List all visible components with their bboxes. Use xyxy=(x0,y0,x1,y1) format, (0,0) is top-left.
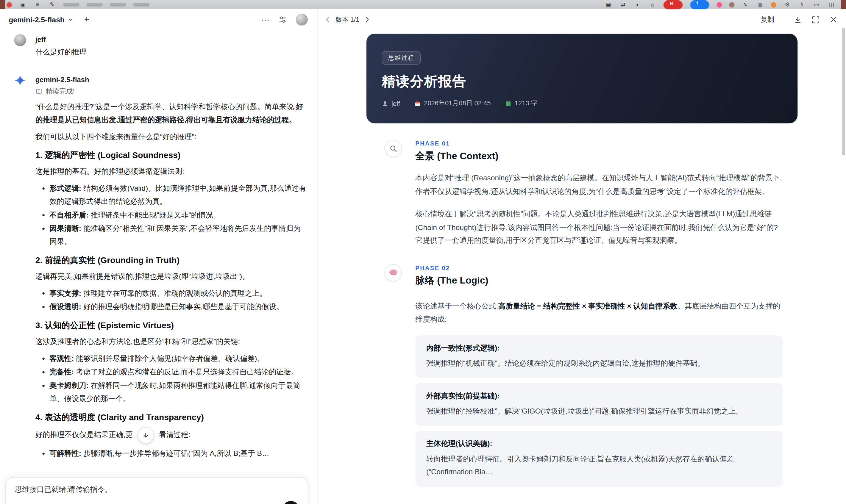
magnifier-icon xyxy=(384,140,402,157)
battery-icon[interactable]: ▭ xyxy=(813,1,821,8)
phase-paragraph: 该论述基于一个核心公式:高质量结论 = 结构完整性 × 事实准确性 × 认知自律… xyxy=(415,300,783,326)
pen-icon[interactable]: ✎ xyxy=(49,1,56,8)
bullet-list: 形式逻辑: 结构必须有效(Valid)。比如演绎推理中,如果前提全部为真,那么通… xyxy=(35,182,308,248)
brain-icon xyxy=(384,264,402,281)
bullet-item: 完备性: 考虑了对立的观点和潜在的反证,而不是只选择支持自己结论的证据。 xyxy=(42,366,307,379)
phase-section-1: PHASE 01 全景 (The Context) 本内容是对“推理 (Reas… xyxy=(367,140,797,248)
report-title: 精读分析报告 xyxy=(382,72,782,90)
download-icon[interactable] xyxy=(794,16,802,23)
bullet-list: 事实支撑: 推理建立在可靠的数据、准确的观测或公认的真理之上。 假设透明: 好的… xyxy=(35,287,308,313)
hash-icon[interactable]: # xyxy=(798,1,806,8)
section-title: 4. 表达的透明度 (Clarity and Transparency) xyxy=(35,412,308,423)
message-text: 什么是好的推理 xyxy=(35,46,308,58)
bullet-item: 客观性: 能够识别并尽量排除个人偏见(如幸存者偏差、确认偏差)。 xyxy=(42,352,307,365)
more-options-button[interactable]: ⋯ xyxy=(261,14,270,25)
message-list: jeff 什么是好的推理 gemini-2.5-flash xyxy=(0,30,318,504)
section-desc: 好的推理不仅仅是结果正确,更看清过程: xyxy=(35,427,308,444)
wallpaper-corner xyxy=(0,0,5,9)
report-meta: jeff 2026年01月08日 02:45 1213 字 xyxy=(382,99,782,108)
screen: ▣ ≡ ✎ ▣ ⇄ ◐ ☼ N f ∿ ▥ ⚙ # ▭ ◫ xyxy=(0,0,846,504)
report-word-count: 1213 字 xyxy=(505,99,537,108)
menu-item-blurred xyxy=(133,3,149,6)
model-selector[interactable]: gemini-2.5-flash xyxy=(8,16,65,23)
voice-input-button[interactable] xyxy=(283,501,299,504)
section-title: 2. 前提的真实性 (Grounding in Truth) xyxy=(35,255,308,266)
assistant-message: gemini-2.5-flash 精读完成! “什么是好的推理?”这是一个涉及逻… xyxy=(14,74,307,464)
preview-header: 版本 1/1 复制 xyxy=(318,9,846,30)
spark-icon[interactable]: ☼ xyxy=(649,1,656,8)
chevron-left-icon[interactable] xyxy=(324,15,331,24)
menu-item-blurred xyxy=(63,3,80,6)
fullscreen-icon[interactable] xyxy=(812,16,820,23)
version-label: 版本 1/1 xyxy=(335,15,359,24)
bullet-item: 奥卡姆剃刀: 在解释同一个现象时,如果两种推理都能站得住脚,通常倾向于最简单、假… xyxy=(42,379,307,406)
book-icon xyxy=(35,88,42,95)
phase-title: 脉络 (The Logic) xyxy=(415,274,783,287)
user-message: jeff 什么是好的推理 xyxy=(14,34,307,58)
section-desc: 这涉及推理者的心态和方法论,也是区分“杠精”和“思想家”的关键: xyxy=(35,335,308,348)
composer-status-text[interactable]: 思维接口已就绪,请传输指令。 xyxy=(15,485,299,494)
brown-app-icon[interactable] xyxy=(729,2,734,7)
window-icon[interactable]: ▣ xyxy=(604,1,612,8)
chat-header: gemini-2.5-flash + ⋯ xyxy=(0,9,318,30)
report-document: 思维过程 精读分析报告 jeff 2026年01月08日 02:45 xyxy=(318,30,846,504)
dimension-card: 外部真实性(前提基础): 强调推理的“经验校准”。解决“GIGO(垃圾进,垃圾出… xyxy=(415,383,783,426)
report-date: 2026年01月08日 02:45 xyxy=(414,99,491,108)
orange-app-icon[interactable] xyxy=(771,2,776,7)
report-author: jeff xyxy=(382,100,400,107)
menu-item-blurred xyxy=(110,3,126,6)
calendar-icon xyxy=(414,100,421,107)
chat-panel: gemini-2.5-flash + ⋯ jeff 什么是好的推理 xyxy=(0,9,318,504)
bullet-item: 可解释性: 步骤清晰,每一步推导都有迹可循(“因为 A,所以 B;基于 B… xyxy=(42,447,307,460)
composer[interactable]: 思维接口已就绪,请传输指令。 xyxy=(5,477,308,504)
section-title: 1. 逻辑的严密性 (Logical Soundness) xyxy=(35,150,308,161)
copy-button[interactable]: 复制 xyxy=(761,15,774,24)
pink-app-icon[interactable] xyxy=(717,2,722,7)
chevron-down-icon[interactable] xyxy=(68,17,73,22)
assistant-status: 精读完成! xyxy=(35,86,308,96)
assistant-content: “什么是好的推理?”这是一个涉及逻辑学、认知科学和哲学核心的问题。简单来说,好的… xyxy=(35,101,308,460)
new-chat-button[interactable]: + xyxy=(84,15,89,24)
gear-icon[interactable]: ⚙ xyxy=(783,1,791,8)
section-desc: 这是推理的基石。好的推理必须遵循逻辑法则: xyxy=(35,165,308,178)
chevron-right-icon[interactable] xyxy=(364,15,370,24)
columns-icon[interactable]: ▥ xyxy=(756,1,764,8)
bullet-item: 事实支撑: 推理建立在可靠的数据、准确的观测或公认的真理之上。 xyxy=(42,287,307,300)
contrast-icon[interactable]: ◐ xyxy=(634,1,642,8)
record-icon[interactable] xyxy=(6,2,12,7)
user-icon xyxy=(382,100,388,107)
wave-icon[interactable]: ∿ xyxy=(741,1,749,8)
preview-panel: 版本 1/1 复制 思维过程 精读分析报告 xyxy=(318,9,846,504)
phase-paragraph: 核心情境在于解决“思考的随机性”问题。不论是人类通过批判性思维进行决策,还是大语… xyxy=(415,208,783,248)
gemini-star-icon xyxy=(14,74,26,86)
assistant-paragraph: 我们可以从以下四个维度来衡量什么是“好的推理”: xyxy=(35,130,308,143)
menubar: ▣ ≡ ✎ ▣ ⇄ ◐ ☼ N f ∿ ▥ ⚙ # ▭ ◫ xyxy=(0,0,846,9)
section-title: 3. 认知的公正性 (Epistemic Virtues) xyxy=(35,320,308,331)
close-icon[interactable] xyxy=(830,16,838,23)
word-count-icon xyxy=(505,100,511,107)
control-center-icon[interactable]: ◫ xyxy=(828,1,835,8)
menu-lines-icon[interactable]: ≡ xyxy=(34,1,41,8)
section-desc: 逻辑再完美,如果前提是错误的,推理也是垃圾(即“垃圾进,垃圾出”)。 xyxy=(35,270,308,283)
bullet-list: 客观性: 能够识别并尽量排除个人偏见(如幸存者偏差、确认偏差)。 完备性: 考虑… xyxy=(35,352,308,406)
report-hero: 思维过程 精读分析报告 jeff 2026年01月08日 02:45 xyxy=(367,34,797,123)
menu-item-blurred xyxy=(86,3,103,6)
wallpaper-corner xyxy=(841,0,846,9)
sender-name: gemini-2.5-flash xyxy=(35,74,308,85)
apps-grid-icon[interactable]: ▣ xyxy=(19,1,27,8)
scrollbar-thumb[interactable] xyxy=(842,28,845,155)
phase-label: PHASE 02 xyxy=(415,264,783,272)
bullet-item: 因果清晰: 能准确区分“相关性”和“因果关系”,不会轻率地将先后发生的事情归为因… xyxy=(42,222,307,248)
swap-icon[interactable]: ⇄ xyxy=(619,1,627,8)
scroll-to-bottom-button[interactable] xyxy=(138,427,154,444)
bullet-list: 可解释性: 步骤清晰,每一步推导都有迹可循(“因为 A,所以 B;基于 B… xyxy=(35,447,308,460)
bullet-item: 形式逻辑: 结构必须有效(Valid)。比如演绎推理中,如果前提全部为真,那么通… xyxy=(42,182,307,208)
sender-name: jeff xyxy=(35,34,308,45)
phase-section-2: PHASE 02 脉络 (The Logic) 该论述基于一个核心公式:高质量结… xyxy=(367,264,797,487)
account-avatar[interactable] xyxy=(296,14,308,25)
dimension-card: 内部一致性(形式逻辑): 强调推理的“机械正确”。结论必须在给定的规则系统内逻辑… xyxy=(415,335,783,378)
user-avatar xyxy=(14,34,26,46)
phase-title: 全景 (The Context) xyxy=(415,150,783,162)
filter-sliders-button[interactable] xyxy=(278,15,287,24)
composer-actions xyxy=(15,501,299,504)
